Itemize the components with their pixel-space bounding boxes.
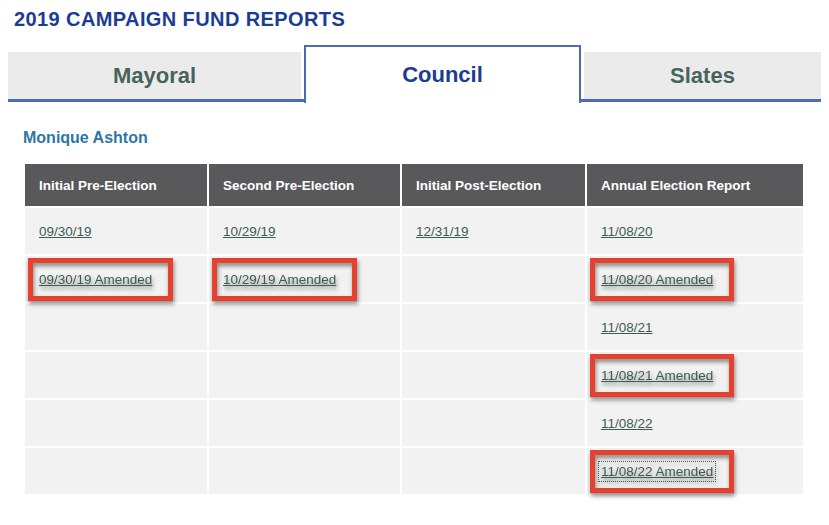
report-link[interactable]: 09/30/19: [39, 224, 92, 239]
candidate-name: Monique Ashton: [23, 129, 829, 147]
highlight-annotation: 11/08/20 Amended: [590, 258, 734, 301]
reports-table-body: 09/30/1910/29/1912/31/1911/08/2009/30/19…: [24, 207, 804, 495]
report-cell: [401, 303, 586, 351]
column-header-initial-post-election: Initial Post-Election: [401, 163, 586, 207]
page-title: 2019 CAMPAIGN FUND REPORTS: [14, 8, 829, 31]
report-cell: [24, 447, 208, 495]
report-cell: [24, 351, 208, 399]
table-row: 11/08/22: [24, 399, 804, 447]
report-link[interactable]: 11/08/22: [601, 416, 653, 431]
report-cell: 11/08/20 Amended: [586, 255, 804, 303]
table-row: 11/08/22 Amended: [24, 447, 804, 495]
report-link[interactable]: 10/29/19: [223, 224, 276, 239]
report-cell: 11/08/21: [586, 303, 804, 351]
table-row: 11/08/21: [24, 303, 804, 351]
report-link[interactable]: 11/08/20 Amended: [601, 272, 713, 287]
report-cell: [401, 351, 586, 399]
report-link[interactable]: 11/08/21: [601, 320, 653, 335]
report-link[interactable]: 09/30/19 Amended: [39, 272, 152, 287]
highlight-annotation: 11/08/21 Amended: [590, 354, 734, 397]
report-cell: [208, 399, 401, 447]
report-link[interactable]: 11/08/21 Amended: [601, 368, 713, 383]
table-row: 09/30/1910/29/1912/31/1911/08/20: [24, 207, 804, 255]
report-cell: 12/31/19: [401, 207, 586, 255]
report-cell: [208, 447, 401, 495]
report-link[interactable]: 10/29/19 Amended: [223, 272, 336, 287]
report-link[interactable]: 11/08/22 Amended: [601, 464, 713, 479]
highlight-annotation: 10/29/19 Amended: [212, 258, 357, 301]
tab-bar: Mayoral Council Slates: [8, 45, 821, 103]
report-link[interactable]: 12/31/19: [416, 224, 469, 239]
report-cell: 10/29/19: [208, 207, 401, 255]
report-cell: [401, 255, 586, 303]
report-cell: 10/29/19 Amended: [208, 255, 401, 303]
header-row: Initial Pre-Election Second Pre-Election…: [24, 163, 804, 207]
report-link[interactable]: 11/08/20: [601, 224, 653, 239]
tab-council-label: Council: [402, 62, 483, 88]
report-cell: 09/30/19: [24, 207, 208, 255]
tab-council[interactable]: Council: [304, 45, 581, 103]
reports-table: Initial Pre-Election Second Pre-Election…: [23, 162, 805, 496]
tab-slates-label: Slates: [670, 63, 735, 89]
table-row: 11/08/21 Amended: [24, 351, 804, 399]
table-row: 09/30/19 Amended10/29/19 Amended11/08/20…: [24, 255, 804, 303]
report-cell: 11/08/22: [586, 399, 804, 447]
report-cell: [401, 399, 586, 447]
highlight-annotation: 09/30/19 Amended: [28, 258, 173, 301]
report-cell: [208, 351, 401, 399]
report-cell: 11/08/21 Amended: [586, 351, 804, 399]
column-header-annual-election-report: Annual Election Report: [586, 163, 804, 207]
report-cell: 09/30/19 Amended: [24, 255, 208, 303]
highlight-annotation: 11/08/22 Amended: [590, 450, 734, 493]
report-cell: 11/08/22 Amended: [586, 447, 804, 495]
tab-mayoral-label: Mayoral: [113, 63, 196, 89]
report-cell: [401, 447, 586, 495]
report-cell: [24, 399, 208, 447]
reports-table-header: Initial Pre-Election Second Pre-Election…: [24, 163, 804, 207]
column-header-second-pre-election: Second Pre-Election: [208, 163, 401, 207]
tab-slates[interactable]: Slates: [584, 52, 821, 99]
column-header-initial-pre-election: Initial Pre-Election: [24, 163, 208, 207]
report-cell: [24, 303, 208, 351]
report-cell: [208, 303, 401, 351]
tab-mayoral[interactable]: Mayoral: [8, 52, 301, 99]
report-cell: 11/08/20: [586, 207, 804, 255]
